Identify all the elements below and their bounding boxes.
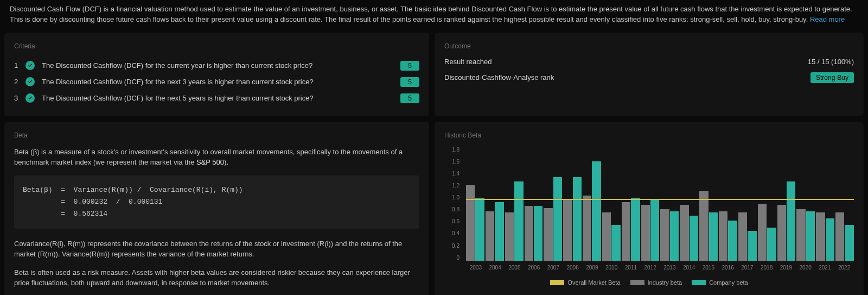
y-tick-label: 1.8 xyxy=(444,147,459,153)
y-tick-label: 1.6 xyxy=(444,159,459,165)
industry-bar xyxy=(466,185,475,261)
x-tick-label: 2008 xyxy=(563,265,583,271)
beta-paragraph-1: Beta (β) is a measure of a stock's or in… xyxy=(14,147,419,168)
x-tick-label: 2012 xyxy=(641,265,660,271)
check-icon xyxy=(25,93,35,103)
industry-bar xyxy=(660,209,669,261)
company-bar xyxy=(787,181,795,261)
bar-group xyxy=(699,149,718,261)
industry-bar xyxy=(641,205,650,261)
industry-bar xyxy=(777,205,786,261)
x-tick-label: 2018 xyxy=(757,265,776,271)
bar-group xyxy=(641,149,660,261)
x-tick-label: 2021 xyxy=(815,265,835,271)
beta-paragraph-3: Beta is often used as a risk measure. As… xyxy=(14,267,419,288)
company-bar xyxy=(767,228,776,260)
criteria-title: Criteria xyxy=(14,42,419,50)
historic-beta-title: Historic Beta xyxy=(444,131,854,139)
bar-group xyxy=(622,149,640,261)
company-bar xyxy=(534,206,542,260)
bar-group xyxy=(758,149,776,261)
company-bar xyxy=(845,225,853,261)
company-bar xyxy=(670,211,679,261)
company-bar xyxy=(826,218,834,260)
bar-group xyxy=(583,149,601,261)
industry-bar xyxy=(602,212,611,261)
company-bar xyxy=(650,199,659,261)
check-icon xyxy=(25,77,35,86)
criteria-number: 3 xyxy=(14,94,18,102)
y-tick-label: 0.6 xyxy=(444,218,459,224)
company-bar xyxy=(495,202,503,261)
company-bar xyxy=(573,177,582,261)
bar-group xyxy=(486,149,504,261)
y-tick-label: 0.4 xyxy=(444,230,459,236)
industry-bar xyxy=(525,206,533,260)
company-bar xyxy=(611,225,620,261)
bar-group xyxy=(816,149,834,261)
bar-group xyxy=(602,149,621,261)
x-tick-label: 2009 xyxy=(583,265,602,271)
industry-bar xyxy=(835,212,844,261)
company-bar xyxy=(631,198,640,261)
bar-group xyxy=(660,149,679,261)
read-more-link[interactable]: Read more xyxy=(810,15,845,23)
bar-group xyxy=(738,149,757,261)
bar-group xyxy=(719,149,737,261)
criteria-score-badge: 5 xyxy=(400,77,419,87)
criteria-label: The Discounted Cashflow (DCF) for the cu… xyxy=(42,61,393,70)
criteria-score-badge: 5 xyxy=(400,61,419,71)
beta-panel: Beta Beta (β) is a measure of a stock's … xyxy=(4,122,429,295)
bar-group xyxy=(525,149,543,261)
criteria-row: 1The Discounted Cashflow (DCF) for the c… xyxy=(14,58,419,74)
bar-group xyxy=(563,149,582,261)
legend-overall: Overall Market Beta xyxy=(550,279,620,286)
industry-bar xyxy=(680,205,688,261)
bar-group xyxy=(680,149,698,261)
y-tick-label: 0 xyxy=(444,255,459,261)
industry-bar xyxy=(816,212,825,261)
x-tick-label: 2003 xyxy=(466,265,486,271)
x-tick-label: 2006 xyxy=(524,265,544,271)
outcome-rank-label: Discounted-Cashflow-Analyse rank xyxy=(444,73,554,81)
outcome-panel: Outcome Result reached 15 / 15 (100%) Di… xyxy=(435,33,864,116)
x-tick-label: 2016 xyxy=(718,265,738,271)
industry-bar xyxy=(758,204,767,261)
bar-group xyxy=(835,149,854,261)
x-tick-label: 2022 xyxy=(834,265,854,271)
criteria-panel: Criteria 1The Discounted Cashflow (DCF) … xyxy=(4,33,429,116)
x-tick-label: 2014 xyxy=(679,265,699,271)
y-tick-label: 0.8 xyxy=(444,206,459,212)
industry-bar xyxy=(699,191,708,261)
x-tick-label: 2020 xyxy=(796,265,815,271)
company-bar xyxy=(709,212,718,261)
intro-text: Discounted Cash Flow (DCF) is a financia… xyxy=(10,5,852,23)
legend-company: Company beta xyxy=(692,279,748,286)
chart-legend: Overall Market Beta Industry beta Compan… xyxy=(444,279,854,286)
beta-title: Beta xyxy=(14,131,419,139)
company-bar xyxy=(475,198,484,261)
company-bar xyxy=(553,177,562,261)
baseline-overall-market xyxy=(466,199,854,200)
legend-industry: Industry beta xyxy=(630,279,682,286)
criteria-number: 2 xyxy=(14,78,18,86)
industry-bar xyxy=(505,212,514,261)
bar-group xyxy=(777,149,796,261)
outcome-result-label: Result reached xyxy=(444,58,492,66)
industry-bar xyxy=(563,199,572,261)
intro-paragraph: Discounted Cash Flow (DCF) is a financia… xyxy=(0,0,868,33)
y-tick-label: 1.2 xyxy=(444,183,459,189)
x-tick-label: 2013 xyxy=(660,265,680,271)
industry-bar xyxy=(738,212,747,261)
x-tick-label: 2011 xyxy=(621,265,641,271)
industry-bar xyxy=(583,196,591,261)
company-bar xyxy=(806,211,815,261)
beta-formula: Beta(β) = Variance(R(m)) / Covariance(R(… xyxy=(14,175,419,229)
company-bar xyxy=(690,216,698,261)
x-tick-label: 2019 xyxy=(776,265,796,271)
industry-bar xyxy=(544,208,552,261)
outcome-result-value: 15 / 15 (100%) xyxy=(808,58,854,66)
company-bar xyxy=(592,161,601,260)
historic-beta-panel: Historic Beta 1.81.61.41.21.00.80.60.40.… xyxy=(435,122,864,295)
beta-paragraph-2: Covariance(R(i), R(m)) represents the co… xyxy=(14,238,419,260)
